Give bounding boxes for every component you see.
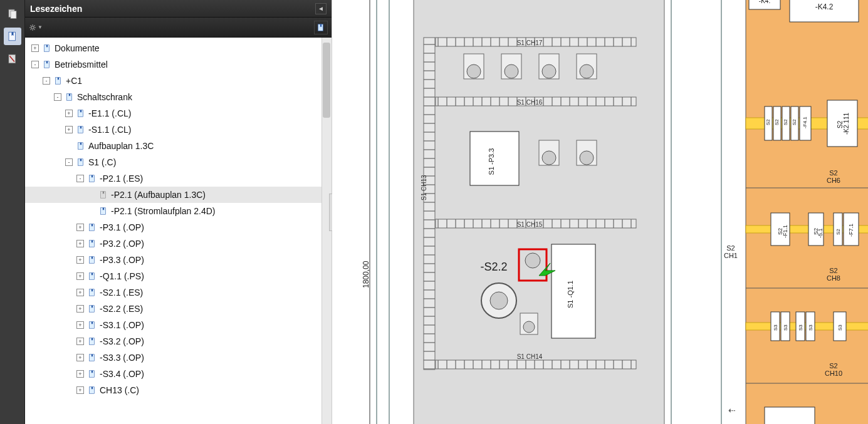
tree-item[interactable]: +-P3.3 (.OP) [25,252,332,268]
svg-text:S3: S3 [808,324,813,331]
expand-icon[interactable]: + [76,338,84,345]
tree-item-label: CH13 (.C) [100,385,139,395]
bookmark-page-icon [76,108,86,118]
expand-icon[interactable]: + [65,110,73,117]
bookmark-page-icon [42,43,52,53]
bookmarks-icon[interactable] [4,28,21,45]
bookmark-page-icon [87,173,97,184]
tree-item[interactable]: +-S3.1 (.OP) [25,317,332,333]
drawing-canvas[interactable]: S1 CH13 S1 CH17 S1 CH16 S1 -P3.3 S1 CH15… [332,0,868,424]
svg-rect-40 [721,0,722,424]
expand-icon[interactable]: + [76,305,84,313]
expand-icon[interactable]: + [31,44,39,52]
tree-item[interactable]: +-S1.1 (.CL) [25,122,332,138]
svg-text:S2: S2 [835,229,841,235]
label-k4-main: -K4.2 [815,3,834,11]
bookmark-page-icon [98,190,108,200]
expand-icon[interactable]: + [76,370,84,378]
tree-item-label: -P2.1 (.ES) [100,173,143,184]
rail-label-ch13: S1 CH13 [421,175,427,200]
svg-rect-1 [11,11,16,19]
bookmark-page-icon [87,336,97,346]
bookmark-page-icon [87,353,97,363]
svg-rect-39 [671,0,672,424]
tree-item-label: -S3.3 (.OP) [100,353,144,363]
tree-item[interactable]: -Betriebsmittel [25,56,332,73]
app-sidebar [0,0,25,424]
svg-rect-71 [746,0,868,424]
tree-item[interactable]: +Dokumente [25,40,332,56]
expand-icon[interactable]: + [76,272,84,280]
gear-icon[interactable]: ▼ [29,21,43,34]
collapse-icon[interactable]: - [65,158,73,166]
tree-scroll-area[interactable]: +Dokumente-Betriebsmittel-+C1-Schaltschr… [25,38,332,424]
tree-item[interactable]: --P2.1 (.ES) [25,170,332,187]
tree-item[interactable]: Aufbauplan 1.3C [25,138,332,154]
tree-item[interactable]: +-S3.2 (.OP) [25,333,332,349]
tree-item[interactable]: +-P3.2 (.OP) [25,235,332,252]
panel-toolbar: ▼ [25,18,332,38]
svg-text:S3: S3 [837,324,843,331]
tree-item[interactable]: +-S2.2 (.ES) [25,301,332,317]
tree-item[interactable]: -+C1 [25,73,332,89]
collapse-icon[interactable]: - [54,93,61,101]
tree-item[interactable]: +-S2.1 (.ES) [25,284,332,301]
svg-point-61 [580,151,593,165]
tree-item-label: Betriebsmittel [55,59,108,70]
expand-icon[interactable]: + [76,224,84,231]
expand-icon[interactable]: + [76,256,84,264]
collapse-icon[interactable]: - [43,77,50,85]
resize-handle-icon[interactable]: ⇠ [728,405,736,415]
svg-text:-F1.1: -F1.1 [782,225,788,238]
bookmark-page-icon [87,222,97,232]
svg-text:-5.1: -5.1 [817,228,824,238]
tree-item[interactable]: -P2.1 (Aufbauplan 1.3C) [25,187,332,203]
tree-item[interactable]: -P2.1 (Stromlaufplan 2.4D) [25,203,332,219]
twisty-blank [88,207,95,215]
expand-icon[interactable]: + [76,289,84,296]
expand-icon[interactable]: + [76,240,84,247]
bookmark-page-icon [87,287,97,297]
bookmark-page-icon [87,239,97,249]
tree-item[interactable]: +-P3.1 (.OP) [25,219,332,235]
svg-text:S2: S2 [792,119,797,125]
tree-item[interactable]: +-Q1.1 (.PS) [25,268,332,284]
svg-line-12 [31,29,32,30]
tree-item[interactable]: +-S3.4 (.OP) [25,366,332,382]
tree-item[interactable]: -Schaltschrank [25,89,332,105]
bookmark-page-icon [42,59,52,70]
label-s2-ch1: S2 [726,244,735,252]
tree-item[interactable]: +-E1.1 (.CL) [25,105,332,122]
svg-text:CH1: CH1 [724,252,738,259]
tree-item[interactable]: -S1 (.C) [25,154,332,170]
svg-line-11 [34,29,35,30]
tree-item-label: -S1.1 (.CL) [88,125,131,135]
bookmark-page-icon [98,206,108,216]
goto-bookmark-button[interactable] [314,21,328,34]
expand-icon[interactable]: + [76,354,84,361]
scrollbar-vertical[interactable] [322,38,332,424]
bookmark-page-icon [87,369,97,379]
expand-icon[interactable]: + [76,386,84,394]
svg-text:S2: S2 [783,119,788,125]
attachments-icon[interactable] [4,50,21,68]
svg-text:-F4.1: -F4.1 [802,116,808,128]
bookmark-page-icon [87,385,97,395]
label-s2-ch10: S2 [829,362,837,370]
scrollbar-thumb[interactable] [323,43,330,118]
collapse-panel-button[interactable]: ◄ [315,3,327,14]
expand-icon[interactable]: + [76,321,84,329]
tree-item-label: -S3.4 (.OP) [100,369,144,379]
bookmark-tree: +Dokumente-Betriebsmittel-+C1-Schaltschr… [25,38,332,401]
tree-item-label: -P2.1 (Stromlaufplan 2.4D) [111,206,216,216]
pages-icon[interactable] [4,5,21,23]
bookmark-page-icon [65,92,75,102]
tree-item-label: Schaltschrank [77,92,132,102]
expand-icon[interactable]: + [65,126,73,133]
rail-label-ch14: S1 CH14 [517,353,543,360]
svg-text:CH8: CH8 [827,274,840,282]
collapse-icon[interactable]: - [31,61,39,68]
tree-item[interactable]: +-S3.3 (.OP) [25,349,332,366]
collapse-icon[interactable]: - [76,175,84,182]
tree-item[interactable]: +CH13 (.C) [25,382,332,398]
